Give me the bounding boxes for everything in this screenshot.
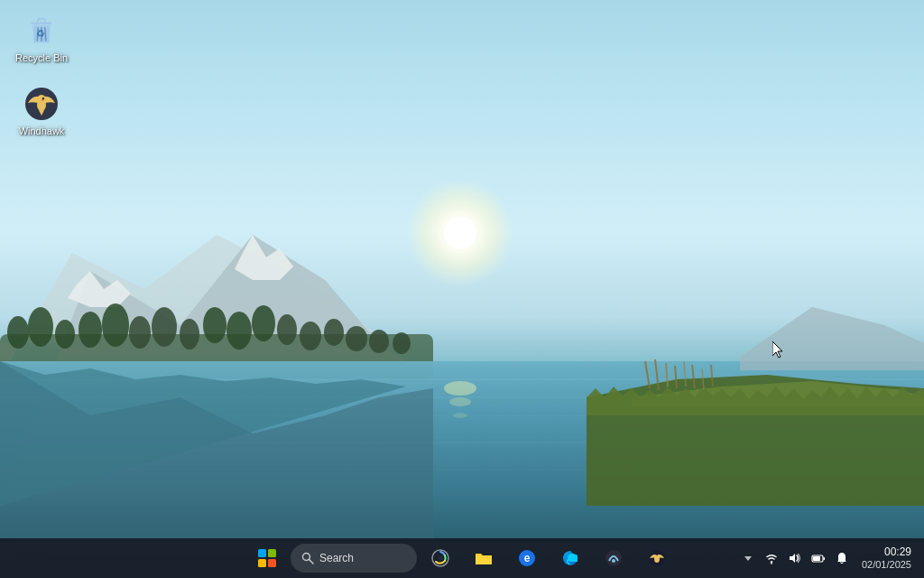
svg-text:e: e (524, 552, 531, 564)
svg-line-62 (310, 560, 314, 564)
start-button[interactable] (247, 542, 287, 574)
app-button-2[interactable] (594, 542, 633, 574)
app-button-1[interactable]: e (507, 542, 547, 574)
svg-point-72 (771, 561, 772, 563)
volume-icon[interactable] (786, 549, 804, 567)
wallpaper (0, 0, 924, 578)
svg-rect-75 (813, 556, 820, 561)
task-manager-button[interactable] (420, 542, 460, 574)
recycle-bin-label: Recycle Bin (15, 52, 68, 64)
svg-point-56 (43, 98, 44, 98)
notification-icon[interactable] (833, 549, 851, 567)
clock-date: 02/01/2025 (862, 559, 911, 571)
svg-rect-57 (258, 549, 266, 557)
windhawk-label: Windhawk (19, 126, 65, 137)
taskbar: Search (0, 538, 924, 578)
svg-text:♻: ♻ (36, 28, 45, 39)
network-icon[interactable] (762, 549, 781, 567)
clock-time: 00:29 (884, 545, 911, 558)
battery-icon[interactable] (809, 549, 827, 567)
recycle-bin-image: ♻ (23, 13, 60, 49)
svg-point-70 (654, 555, 660, 563)
svg-point-68 (612, 559, 615, 563)
windhawk-image (23, 86, 60, 122)
svg-rect-60 (268, 559, 276, 567)
desktop-icons: ♻ Recycle Bin (9, 9, 74, 141)
svg-point-55 (42, 98, 44, 99)
windhawk-taskbar-button[interactable] (637, 542, 677, 574)
search-button[interactable]: Search (291, 544, 417, 573)
taskbar-center: Search (247, 542, 677, 574)
svg-rect-58 (268, 549, 276, 557)
file-explorer-button[interactable] (464, 542, 504, 574)
svg-point-64 (438, 555, 443, 561)
system-tray: 00:29 02/01/2025 (739, 544, 917, 573)
search-label: Search (319, 552, 354, 564)
svg-marker-71 (744, 556, 752, 561)
svg-rect-59 (258, 559, 266, 567)
recycle-bin-icon[interactable]: ♻ Recycle Bin (9, 9, 74, 68)
edge-button[interactable] (550, 542, 590, 574)
svg-rect-74 (823, 557, 825, 560)
svg-rect-47 (32, 23, 52, 25)
svg-point-67 (605, 550, 622, 566)
desktop: ♻ Recycle Bin (0, 0, 924, 578)
clock[interactable]: 00:29 02/01/2025 (856, 544, 917, 573)
show-hidden-icons-button[interactable] (739, 549, 757, 567)
windhawk-icon[interactable]: Windhawk (9, 82, 74, 141)
